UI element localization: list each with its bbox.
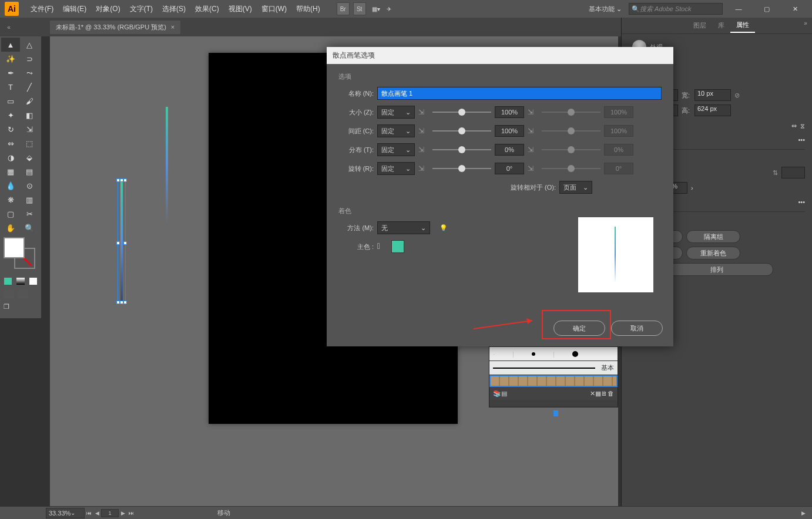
lasso-tool[interactable]: ⊃ (20, 52, 39, 66)
menu-edit[interactable]: 编辑(E) (58, 4, 91, 14)
align-button[interactable]: 排列 (660, 263, 773, 276)
eyedropper-icon[interactable]: 𖠕 (377, 241, 388, 252)
selected-object[interactable] (118, 180, 126, 303)
panel-collapse-icon[interactable]: » (801, 20, 810, 26)
menu-object[interactable]: 对象(O) (91, 4, 125, 14)
document-tab[interactable]: 未标题-1* @ 33.33% (RGB/GPU 预览)× (50, 21, 180, 34)
size-slider[interactable] (432, 106, 491, 118)
brush-lib2-icon[interactable]: ▤ (501, 390, 507, 397)
stock-icon[interactable]: St (353, 2, 366, 15)
workspace-selector[interactable]: 基本功能 ⌄ (585, 4, 625, 15)
nav-prev-icon[interactable]: ◀ (93, 509, 101, 517)
eyedropper-tool[interactable]: 💧 (1, 178, 20, 193)
type-tool[interactable]: T (1, 80, 20, 94)
tab-libraries[interactable]: 库 (712, 19, 730, 32)
width-tool[interactable]: ⇔ (1, 136, 20, 150)
link-wh-icon[interactable]: ⊘ (734, 92, 740, 99)
flip-v-icon[interactable]: ⧖ (800, 122, 805, 130)
rectangle-tool[interactable]: ▭ (1, 94, 20, 108)
none-mode-icon[interactable] (29, 277, 38, 285)
more-options-icon[interactable]: ••• (798, 136, 805, 143)
mesh-tool[interactable]: ▦ (1, 164, 20, 178)
scroll-right-icon[interactable]: ▶ (799, 509, 807, 517)
remove-brush-icon[interactable]: ✕ (590, 390, 595, 397)
opacity-dropdown-icon[interactable]: › (691, 184, 693, 191)
brush-row-pattern[interactable] (489, 375, 618, 387)
zoom-tool[interactable]: 🔍 (20, 221, 39, 235)
scatter-mode-select[interactable]: 固定⌄ (377, 143, 415, 156)
bridge-icon[interactable]: Br (337, 2, 350, 15)
scatter-value[interactable]: 0% (495, 144, 524, 156)
free-transform-tool[interactable]: ⬚ (20, 136, 39, 150)
brush-name-input[interactable] (377, 87, 662, 100)
perspective-tool[interactable]: ⬙ (20, 150, 39, 164)
close-button[interactable]: ✕ (783, 1, 807, 16)
panel-drag-handle[interactable] (553, 410, 558, 416)
draw-mode-icon[interactable] (18, 290, 28, 298)
nav-next-icon[interactable]: ▶ (119, 509, 127, 517)
graph-tool[interactable]: ▥ (20, 193, 39, 207)
size-mode-select[interactable]: 固定⌄ (377, 106, 415, 119)
fill-stroke-control[interactable] (4, 237, 38, 271)
tab-layers[interactable]: 图层 (687, 19, 712, 32)
menu-select[interactable]: 选择(S) (157, 4, 190, 14)
slice-tool[interactable]: ✂ (20, 207, 39, 221)
curvature-tool[interactable]: ⤳ (20, 66, 39, 80)
rotation-slider[interactable] (432, 163, 491, 174)
new-brush-icon[interactable]: 🗎 (601, 390, 608, 397)
maximize-button[interactable]: ▢ (754, 1, 779, 16)
spacing-mode-select[interactable]: 固定⌄ (377, 124, 415, 137)
line-tool[interactable]: ╱ (20, 80, 39, 94)
stroke-stepper-icon[interactable]: ⇅ (773, 169, 778, 177)
stroke-weight-input[interactable] (781, 167, 805, 178)
symbol-sprayer-tool[interactable]: ❋ (1, 193, 20, 207)
gradient-mode-icon[interactable] (16, 277, 25, 285)
direct-selection-tool[interactable]: △ (20, 38, 39, 52)
method-select[interactable]: 无⌄ (377, 221, 430, 234)
rotate-tool[interactable]: ↻ (1, 122, 20, 136)
tab-properties[interactable]: 属性 (730, 18, 755, 33)
size-value[interactable]: 100% (495, 106, 524, 118)
gpu-icon[interactable]: ✈ (382, 2, 395, 15)
delete-brush-icon[interactable]: 🗑 (608, 390, 614, 397)
menu-type[interactable]: 文字(T) (125, 4, 157, 14)
pen-tool[interactable]: ✒ (1, 66, 20, 80)
eraser-tool[interactable]: ◧ (20, 108, 39, 122)
nav-last-icon[interactable]: ⏭ (127, 509, 135, 517)
isolate-button[interactable]: 隔离组 (686, 230, 740, 243)
w-input[interactable]: 10 px (694, 89, 731, 101)
brush-row-basic[interactable]: 基本 (489, 361, 618, 375)
page-number[interactable]: 1 (101, 509, 119, 517)
close-tab-icon[interactable]: × (171, 23, 175, 31)
spacing-value[interactable]: 100% (495, 125, 524, 137)
keycolor-swatch[interactable] (391, 240, 404, 253)
hand-tool[interactable]: ✋ (1, 221, 20, 235)
nav-first-icon[interactable]: ⏮ (85, 509, 93, 517)
selection-tool[interactable]: ▲ (1, 38, 20, 52)
paintbrush-tool[interactable]: 🖌 (20, 94, 39, 108)
gradient-tool[interactable]: ▤ (20, 164, 39, 178)
h-input[interactable]: 624 px (694, 105, 731, 116)
color-mode-icon[interactable] (4, 277, 12, 285)
tip-icon[interactable]: 💡 (439, 224, 448, 232)
more-options-icon-2[interactable]: ••• (798, 198, 805, 205)
artboard-tool[interactable]: ▢ (1, 207, 20, 221)
search-stock-input[interactable]: 🔍 搜索 Adobe Stock (629, 3, 723, 15)
scale-tool[interactable]: ⇲ (20, 122, 39, 136)
brush-options-icon[interactable]: ▦ (595, 390, 601, 397)
flip-h-icon[interactable]: ⇔ (791, 122, 797, 130)
shaper-tool[interactable]: ✦ (1, 108, 20, 122)
arrange-icon[interactable]: ▦▾ (370, 2, 382, 15)
overlap-icon[interactable]: ❐ (4, 303, 20, 314)
magic-wand-tool[interactable]: ✨ (1, 52, 20, 66)
recolor-button[interactable]: 重新着色 (686, 247, 740, 260)
rotation-value[interactable]: 0° (495, 163, 524, 174)
rotation-relative-select[interactable]: 页面⌄ (559, 181, 592, 194)
rotation-mode-select[interactable]: 固定⌄ (377, 162, 415, 175)
menu-view[interactable]: 视图(V) (224, 4, 257, 14)
brush-row-dots[interactable]: ·|| (489, 347, 618, 361)
shape-builder-tool[interactable]: ◑ (1, 150, 20, 164)
zoom-input[interactable]: 33.33% ⌄ (46, 508, 85, 518)
minimize-button[interactable]: — (726, 1, 751, 16)
scatter-slider[interactable] (432, 144, 491, 156)
